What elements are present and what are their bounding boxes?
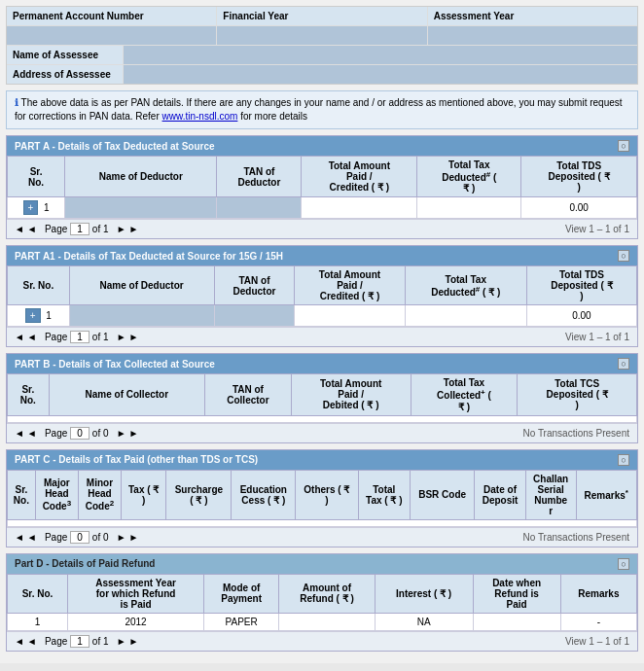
part-c-col-surcharge: Surcharge( ₹ ) <box>166 470 232 519</box>
part-d-ay: 2012 <box>68 613 204 630</box>
part-a1-header: PART A1 - Details of Tax Deducted at Sou… <box>7 246 637 265</box>
part-a-page-nav: ◄ ◄ Page of 1 ► ► <box>15 223 138 235</box>
info-text: The above data is as per PAN details. If… <box>15 97 623 122</box>
part-b-empty-row <box>8 415 637 422</box>
tin-nsdl-link[interactable]: www.tin-nsdl.com <box>162 111 238 122</box>
part-b-pagination: ◄ ◄ Page of 0 ► ► No Transactions Presen… <box>7 423 637 442</box>
part-a1-name-cell <box>69 305 214 327</box>
part-a1-add-cell: + 1 <box>8 305 70 327</box>
part-b-page-input[interactable] <box>70 427 89 440</box>
part-c-col-challan: ChallanSerialNumber <box>525 470 576 519</box>
part-a-col-sr: Sr.No. <box>8 157 65 197</box>
part-a-table: Sr.No. Name of Deductor TAN ofDeductor T… <box>7 156 637 219</box>
part-a-tan-cell <box>217 197 302 219</box>
part-d-table: Sr. No. Assessment Yearfor which Refundi… <box>7 574 637 631</box>
part-d-header: Part D - Details of Paid Refund ○ <box>7 554 637 574</box>
part-d-col-mode: Mode ofPayment <box>203 574 278 613</box>
part-a-add-button[interactable]: + <box>23 200 39 215</box>
table-row: + 1 0.00 <box>8 197 637 219</box>
part-d-date <box>473 613 560 630</box>
part-c-col-remarks: Remarks* <box>576 470 637 519</box>
table-row: + 1 0.00 <box>8 305 637 327</box>
part-c-col-edu: EducationCess ( ₹ ) <box>232 470 296 519</box>
part-d-amount <box>279 613 375 630</box>
part-a-col-name: Name of Deductor <box>65 157 217 197</box>
part-a-pagination: ◄ ◄ Page of 1 ► ► View 1 – 1 of 1 <box>7 219 637 238</box>
part-d-remarks: - <box>560 613 636 630</box>
part-b-section: PART B - Details of Tax Collected at Sou… <box>6 353 638 442</box>
part-a1-view-info: View 1 – 1 of 1 <box>565 332 629 342</box>
part-a-paid-cell <box>302 197 417 219</box>
part-d-col-interest: Interest ( ₹ ) <box>375 574 473 613</box>
table-row: 1 2012 PAPER NA - <box>8 613 637 630</box>
part-a-deducted-cell <box>417 197 521 219</box>
part-b-title: PART B - Details of Tax Collected at Sou… <box>15 359 215 370</box>
part-d-col-amount: Amount ofRefund ( ₹ ) <box>279 574 375 613</box>
name-value <box>124 46 637 64</box>
part-a1-col-deposited: Total TDSDeposited ( ₹) <box>526 266 636 305</box>
fy-label: Financial Year <box>217 7 427 25</box>
info-icon: ℹ <box>15 97 18 108</box>
part-a-toggle[interactable]: ○ <box>618 140 629 152</box>
part-c-table: Sr.No. MajorHeadCode3 MinorHeadCode2 Tax… <box>7 470 637 527</box>
part-c-col-total: TotalTax ( ₹ ) <box>358 470 410 519</box>
info-text2: for more details <box>240 111 307 122</box>
part-b-page-nav: ◄ ◄ Page of 0 ► ► <box>15 427 138 440</box>
part-d-interest: NA <box>375 613 473 630</box>
part-c-no-transactions-text: No Transactions Present <box>523 532 630 543</box>
part-a1-col-deducted: Total TaxDeducted# ( ₹ ) <box>405 266 526 305</box>
fy-value <box>217 26 427 45</box>
part-d-col-sr: Sr. No. <box>8 574 68 613</box>
part-d-view-info: View 1 – 1 of 1 <box>565 636 629 647</box>
part-a-col-paid: Total AmountPaid /Credited ( ₹ ) <box>302 157 417 197</box>
name-label: Name of Assessee <box>7 46 124 64</box>
part-d-page-nav: ◄ ◄ Page of 1 ► ► <box>15 635 138 648</box>
part-c-col-others: Others ( ₹) <box>296 470 358 519</box>
part-a-deposited-cell: 0.00 <box>521 197 637 219</box>
part-a1-table: Sr. No. Name of Deductor TAN ofDeductor … <box>7 265 637 327</box>
part-a1-add-button[interactable]: + <box>25 308 41 323</box>
part-d-col-ay: Assessment Yearfor which Refundis Paid <box>68 574 204 613</box>
part-c-toggle[interactable]: ○ <box>618 454 629 466</box>
part-a1-title: PART A1 - Details of Tax Deducted at Sou… <box>15 251 283 262</box>
part-a-header: PART A - Details of Tax Deducted at Sour… <box>7 136 637 156</box>
part-a-section: PART A - Details of Tax Deducted at Sour… <box>6 135 638 239</box>
part-a1-toggle[interactable]: ○ <box>618 250 629 262</box>
part-d-toggle[interactable]: ○ <box>618 558 629 570</box>
part-b-col-tan: TAN ofCollector <box>205 374 292 415</box>
part-b-col-name: Name of Collector <box>49 374 204 415</box>
part-a1-page-nav: ◄ ◄ Page of 1 ► ► <box>15 331 138 343</box>
part-a1-col-name: Name of Deductor <box>69 266 214 305</box>
part-a1-tan-cell <box>214 305 295 327</box>
part-b-no-transactions <box>8 415 637 422</box>
part-d-section: Part D - Details of Paid Refund ○ Sr. No… <box>6 553 638 652</box>
part-b-no-transactions-text: No Transactions Present <box>523 428 630 439</box>
part-c-no-transactions <box>8 519 637 526</box>
part-a1-page-input[interactable] <box>70 331 89 343</box>
part-a1-pagination: ◄ ◄ Page of 1 ► ► View 1 – 1 of 1 <box>7 327 637 346</box>
part-d-sr: 1 <box>8 613 68 630</box>
part-b-header: PART B - Details of Tax Collected at Sou… <box>7 354 637 373</box>
part-a1-paid-cell <box>295 305 405 327</box>
part-c-section: PART C - Details of Tax Paid (other than… <box>6 449 638 547</box>
pan-value <box>7 26 217 45</box>
part-d-title: Part D - Details of Paid Refund <box>15 558 155 569</box>
part-d-mode: PAPER <box>203 613 278 630</box>
part-c-header: PART C - Details of Tax Paid (other than… <box>7 450 637 470</box>
part-c-col-minor: MinorHeadCode2 <box>78 470 121 519</box>
part-a1-col-paid: Total AmountPaid /Credited ( ₹ ) <box>295 266 405 305</box>
part-a-view-info: View 1 – 1 of 1 <box>565 224 629 234</box>
part-c-col-bsr: BSR Code <box>410 470 474 519</box>
info-bar: ℹ The above data is as per PAN details. … <box>6 90 638 129</box>
address-label: Address of Assessee <box>7 65 124 84</box>
part-a-col-deposited: Total TDSDeposited ( ₹) <box>521 157 637 197</box>
part-d-pagination: ◄ ◄ Page of 1 ► ► View 1 – 1 of 1 <box>7 631 637 651</box>
part-a-name-cell <box>65 197 217 219</box>
part-b-toggle[interactable]: ○ <box>618 358 629 370</box>
part-a-page-input[interactable] <box>70 223 89 235</box>
part-c-page-input[interactable] <box>70 531 89 544</box>
part-d-page-input[interactable] <box>70 635 89 648</box>
part-a-col-tan: TAN ofDeductor <box>217 157 302 197</box>
part-a-title: PART A - Details of Tax Deducted at Sour… <box>15 141 215 152</box>
part-c-col-sr: Sr.No. <box>8 470 36 519</box>
